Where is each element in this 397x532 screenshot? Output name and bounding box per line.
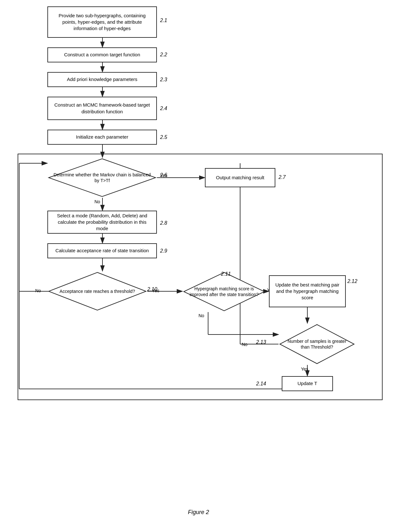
no-label-d3: No [199, 313, 204, 318]
diamond-d2: Acceptance rate reaches a threshold? [47, 271, 147, 311]
box-s5: Initialize each parameter [47, 130, 157, 145]
label-s5: 2.5 [160, 134, 167, 140]
yes-label-d1: Yes [160, 173, 167, 178]
label-s2: 2.2 [160, 52, 167, 58]
label-d4: 2.13 [256, 339, 266, 345]
label-s9: 2.9 [160, 248, 167, 254]
box-s12: Update the best matching pair and the hy… [269, 275, 346, 307]
yes-label-d2: Yes [152, 288, 159, 293]
box-s9: Calculate acceptance rate of state trans… [47, 243, 157, 258]
label-s8: 2.8 [160, 220, 167, 226]
box-s8: Select a mode (Random, Add, Delete) and … [47, 211, 157, 234]
diamond-d4: Number of samples is greater than Thresh… [279, 323, 355, 365]
label-s4: 2.4 [160, 106, 167, 111]
box-s7: Output matching result [205, 168, 275, 187]
figure-label: Figure 2 [0, 509, 397, 516]
box-s3: Add priori knowledge parameters [47, 72, 157, 87]
label-s14: 2.14 [256, 381, 266, 387]
yes-label-d4: Yes [301, 367, 308, 372]
label-s7: 2.7 [279, 174, 286, 180]
no-label-d1: No [94, 199, 100, 204]
no-label-d4: No [242, 342, 247, 347]
label-s1: 2.1 [160, 18, 167, 23]
box-s14: Update T [282, 376, 333, 391]
label-s12: 2.12 [347, 278, 357, 284]
diagram-container: Provide two sub-hypergraphs, containing … [0, 0, 397, 506]
label-d3: 2.11 [221, 271, 231, 277]
no-label-d2: No [35, 288, 41, 293]
diamond-d3: Hypergraph matching score is improved af… [182, 271, 266, 312]
box-s4: Construct an MCMC framework-based target… [47, 97, 157, 120]
box-s2: Construct a common target function [47, 47, 157, 62]
label-s3: 2.3 [160, 77, 167, 83]
diamond-d1: Determine whether the Markov chain is ba… [47, 157, 157, 198]
box-s1: Provide two sub-hypergraphs, containing … [47, 6, 157, 38]
